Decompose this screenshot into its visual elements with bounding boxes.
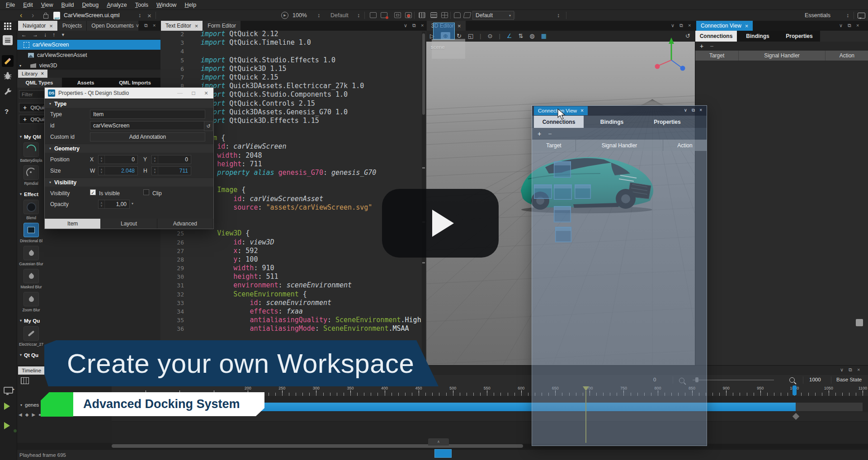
h-spinner[interactable]: ∧∨711 [151, 166, 191, 175]
zoom-in-icon[interactable] [789, 376, 795, 385]
move-left-icon[interactable]: ← [21, 32, 27, 38]
style-updown-icon[interactable]: ↕ [357, 10, 360, 21]
move-right-icon[interactable]: → [33, 32, 38, 38]
tab-projects[interactable]: Projects [58, 21, 87, 31]
type-field[interactable]: Item [90, 110, 205, 119]
menu-tools[interactable]: Tools [131, 1, 152, 9]
tab-layout[interactable]: Layout [101, 219, 157, 229]
tab-bindings[interactable]: Bindings [737, 31, 778, 42]
library-item-blend[interactable]: Blend [17, 200, 46, 223]
x-spinner[interactable]: ∧∨0 [98, 155, 138, 164]
float-icon[interactable]: ⧉ [412, 23, 416, 28]
float-icon[interactable]: ⧉ [848, 23, 851, 28]
clip-checkbox[interactable] [143, 189, 149, 195]
next-keyframe-icon[interactable]: ▶ [32, 412, 35, 417]
rotate-tool-icon[interactable]: ↻ [457, 33, 462, 39]
library-item-gaussian-blur[interactable]: Gaussian Blur [17, 246, 46, 269]
track-group-label[interactable]: genes [25, 402, 39, 408]
library-section-my-qu[interactable]: ▾My Qu [17, 315, 46, 326]
edit-shape-icon[interactable] [463, 12, 472, 18]
add-connection-button[interactable]: + [538, 130, 541, 137]
close-icon[interactable]: × [41, 70, 44, 77]
kit-selector[interactable]: Essentials [805, 10, 830, 21]
remove-connection-button[interactable]: − [710, 42, 713, 50]
close-document-icon[interactable]: × [147, 10, 151, 21]
menu-help[interactable]: Help [180, 1, 200, 9]
close-icon[interactable]: × [421, 23, 424, 28]
library-section-my-qm[interactable]: ▾My QM [17, 131, 46, 142]
section-type[interactable]: ▾Type [45, 99, 213, 108]
tab-qml-imports[interactable]: QML Imports [109, 78, 160, 88]
collapse-icon[interactable]: ∨ [136, 23, 139, 28]
prev-keyframe-icon[interactable]: ◀ [19, 412, 22, 417]
run-debug-icon[interactable] [4, 422, 10, 429]
tab-open-documents[interactable]: Open Documents [87, 21, 138, 31]
tab-timeline[interactable]: Timeline [18, 366, 45, 375]
columns-icon[interactable] [419, 12, 425, 18]
close-icon[interactable]: × [458, 23, 461, 29]
collapse-icon[interactable]: ∨ [839, 23, 843, 28]
menu-window[interactable]: Window [152, 1, 180, 9]
menu-view[interactable]: View [37, 1, 57, 9]
close-icon[interactable]: × [153, 23, 156, 28]
expander-icon[interactable]: ▾ [20, 403, 22, 407]
video-play-button[interactable] [382, 189, 499, 258]
close-icon[interactable]: × [195, 23, 198, 29]
close-icon[interactable]: × [699, 108, 702, 113]
expander-icon[interactable]: ▾ [19, 64, 21, 68]
dragged-connection-view-panel[interactable]: Connection View× ∨ ⧉ × ConnectionsBindin… [532, 105, 707, 446]
tab-item[interactable]: Item [45, 219, 101, 229]
tree-item-carviewscreenasset[interactable]: carViewScreenAsset [17, 50, 160, 60]
close-window-icon[interactable]: × [201, 88, 212, 99]
zoom-level[interactable]: 100% [292, 10, 307, 21]
opacity-dropdown-icon[interactable]: ▾ [132, 202, 133, 206]
apps-grid-icon[interactable] [4, 23, 6, 24]
tools-wrench-icon[interactable] [3, 87, 12, 98]
minimize-icon[interactable]: — [175, 88, 185, 99]
bounds-icon[interactable] [394, 12, 401, 18]
live-preview-icon[interactable] [4, 387, 13, 394]
close-icon[interactable]: × [745, 23, 749, 29]
tab-bindings[interactable]: Bindings [584, 116, 640, 128]
section-geometry[interactable]: ▾Geometry [45, 144, 213, 153]
float-icon[interactable]: ⧉ [679, 23, 683, 28]
kit-updown-icon[interactable]: ↕ [846, 10, 849, 21]
document-selector[interactable]: CarViewScreen.ui.qml [64, 10, 119, 21]
show-grid-icon[interactable]: ▦ [541, 33, 547, 39]
base-state-button[interactable]: Base State [836, 377, 862, 382]
tab-properties[interactable]: Properties [778, 31, 820, 42]
feedback-icon[interactable] [858, 10, 865, 21]
add-annotation-button[interactable]: Add Annotation [90, 132, 205, 141]
collapse-icon[interactable]: ∨ [671, 23, 675, 28]
style-selector[interactable]: Default [330, 10, 349, 21]
tab-advanced[interactable]: Advanced [157, 219, 213, 229]
rows-icon[interactable] [430, 12, 437, 18]
library-section-qt-qu[interactable]: ▾Qt Qu [17, 349, 46, 361]
library-item-directional-bl[interactable]: Directional Bl [17, 223, 46, 246]
section-visibility[interactable]: ▾Visibility [45, 178, 213, 187]
library-item-rpmdial[interactable]: Rpmdial [17, 165, 46, 188]
library-item-electriccar-27[interactable]: Electriccar_27 [17, 326, 46, 349]
add-connection-button[interactable]: + [700, 42, 703, 50]
filter-icon[interactable]: ▼ [61, 33, 65, 37]
state-selector[interactable]: Default▾ [472, 10, 514, 21]
tab-text-editor[interactable]: Text Editor× [161, 21, 203, 31]
design-mode-icon[interactable] [2, 55, 14, 67]
scrollbar-thumb[interactable] [422, 33, 425, 115]
tab-library[interactable]: Library× [18, 70, 47, 78]
connection-table-body[interactable] [695, 61, 868, 365]
collapse-icon[interactable]: ∨ [404, 23, 407, 28]
menu-edit[interactable]: Edit [19, 1, 37, 9]
timeline-scrollbar-thumb[interactable] [112, 444, 523, 448]
snap-icon[interactable] [381, 12, 387, 18]
menu-file[interactable]: File [2, 1, 19, 9]
float-icon[interactable]: ⧉ [144, 23, 148, 28]
orientation-icon[interactable]: ∠ [507, 33, 512, 39]
id-field[interactable]: carViewScreen [90, 121, 205, 130]
anchor-icon[interactable] [370, 12, 377, 18]
collapse-icon[interactable]: ∨ [684, 108, 687, 113]
grid-layout-icon[interactable] [441, 12, 448, 18]
remove-connection-button[interactable]: − [548, 130, 552, 137]
forward-icon[interactable]: › [32, 10, 34, 21]
panel-handle[interactable] [856, 319, 863, 326]
